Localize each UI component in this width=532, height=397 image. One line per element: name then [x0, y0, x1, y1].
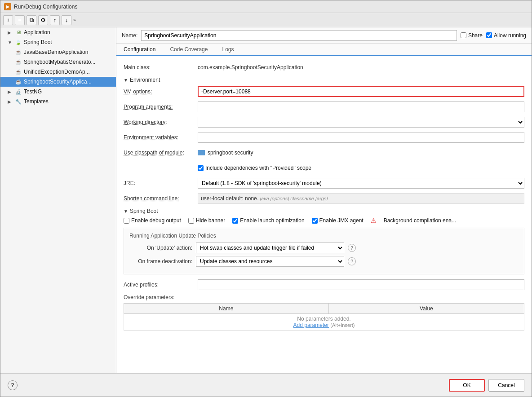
update-policies-section: Running Application Update Policies On '… — [124, 228, 524, 274]
hide-banner-checkbox[interactable] — [188, 218, 194, 224]
sidebar-item-templates[interactable]: ▶ 🔧 Templates — [0, 97, 116, 106]
program-args-input[interactable] — [198, 101, 524, 112]
update-action-select[interactable]: Hot swap classes and update trigger file… — [196, 243, 344, 253]
jmx-checkbox[interactable] — [312, 218, 318, 224]
templates-icon: 🔧 — [15, 98, 22, 105]
move-up-button[interactable]: ↑ — [50, 15, 60, 25]
classpath-label: Use classpath of module: — [124, 150, 198, 156]
sidebar-item-springboot-label: Spring Boot — [24, 39, 52, 45]
java2-icon: ☕ — [15, 58, 22, 66]
remove-config-button[interactable]: − — [15, 15, 25, 25]
add-config-button[interactable]: + — [3, 15, 13, 25]
allow-running-checkbox-label[interactable]: Allow running — [486, 32, 526, 39]
name-bar: Name: Share Allow running — [116, 27, 532, 44]
tab-logs[interactable]: Logs — [215, 44, 241, 56]
launch-opt-label: Enable launch optimization — [240, 217, 304, 224]
name-input[interactable] — [141, 30, 457, 41]
env-arrow[interactable]: ▼ — [124, 78, 128, 83]
active-profiles-input[interactable] — [198, 279, 524, 290]
copy-config-button[interactable]: ⧉ — [27, 15, 36, 25]
working-dir-select[interactable] — [198, 117, 524, 128]
share-checkbox[interactable] — [461, 32, 466, 38]
include-deps-checkbox-label[interactable]: Include dependencies with "Provided" sco… — [198, 165, 524, 171]
tab-configuration[interactable]: Configuration — [116, 44, 163, 56]
environment-label: Environment — [130, 77, 160, 83]
add-param-container: Add parameter (Alt+Insert) — [128, 322, 520, 328]
main-class-value: com.example.SpringbootSecurityApplicatio… — [198, 64, 524, 71]
sidebar-java2-label: SpringbootMybatisGenerato... — [24, 59, 95, 65]
window-icon: ▶ — [4, 3, 11, 10]
override-params-section: Override parameters: Name Value No par — [124, 294, 524, 331]
sidebar-java3-label: UnifiedExceptionDemoAp... — [24, 69, 90, 75]
sidebar-item-springboot[interactable]: ▼ 🍃 Spring Boot — [0, 37, 116, 47]
launch-opt-checkbox[interactable] — [232, 218, 238, 224]
shorten-value: user-local default: none - java [options… — [198, 193, 524, 204]
env-vars-label: Environment variables: — [124, 134, 198, 141]
jmx-checkbox-label[interactable]: Enable JMX agent — [312, 217, 364, 224]
include-deps-checkbox[interactable] — [198, 165, 204, 171]
sidebar-item-java2[interactable]: ☕ SpringbootMybatisGenerato... — [0, 57, 116, 67]
sidebar-item-testng[interactable]: ▶ 🔬 TestNG — [0, 87, 116, 97]
debug-output-checkbox-label[interactable]: Enable debug output — [124, 217, 181, 224]
cancel-button[interactable]: Cancel — [488, 379, 524, 392]
empty-params-row: No parameters added. Add parameter (Alt+… — [124, 314, 524, 331]
frame-deactivation-row: On frame deactivation: Update classes an… — [129, 256, 519, 267]
update-action-help[interactable]: ? — [348, 244, 356, 252]
content-panel: Name: Share Allow running Configuration … — [116, 27, 532, 373]
vm-options-row: VM options: — [124, 86, 524, 97]
working-dir-row: Working directory: — [124, 116, 524, 128]
col-name-header: Name — [124, 304, 329, 314]
application-icon: 🖥 — [15, 29, 22, 36]
share-checkbox-label[interactable]: Share — [461, 32, 483, 39]
toolbar-more[interactable]: » — [73, 18, 76, 22]
launch-opt-checkbox-label[interactable]: Enable launch optimization — [232, 217, 304, 224]
active-profiles-label: Active profiles: — [124, 282, 198, 288]
module-icon — [198, 150, 205, 155]
settings-button[interactable]: ⚙ — [38, 15, 48, 25]
frame-deactivation-select[interactable]: Update classes and resources — [196, 256, 344, 267]
debug-output-checkbox[interactable] — [124, 218, 129, 224]
program-args-field — [198, 101, 524, 112]
classpath-row: Use classpath of module: springboot-secu… — [124, 147, 524, 159]
springboot-icon: 🍃 — [15, 39, 22, 46]
col-value-header: Value — [328, 304, 524, 314]
sidebar-item-java1[interactable]: ☕ JavaBaseDemoApplication — [0, 47, 116, 57]
move-down-button[interactable]: ↓ — [62, 15, 71, 25]
warning-icon: ⚠ — [371, 217, 377, 224]
add-param-link[interactable]: Add parameter — [293, 322, 329, 328]
allow-running-checkbox[interactable] — [486, 32, 492, 38]
classpath-value: springboot-security — [208, 150, 253, 156]
program-args-row: Program arguments: — [124, 101, 524, 113]
frame-deactivation-help[interactable]: ? — [348, 257, 356, 265]
tab-code-coverage[interactable]: Code Coverage — [163, 44, 215, 56]
sidebar-item-templates-label: Templates — [24, 98, 49, 105]
expand-arrow-springboot: ▼ — [8, 40, 13, 45]
sidebar: ▶ 🖥 Application ▼ 🍃 Spring Boot ☕ JavaBa… — [0, 27, 116, 373]
title-bar: ▶ Run/Debug Configurations — [0, 0, 532, 13]
active-profiles-field — [198, 279, 524, 290]
springboot-section-header: ▼ Spring Boot — [124, 208, 524, 214]
sidebar-item-application[interactable]: ▶ 🖥 Application — [0, 27, 116, 37]
jre-select[interactable]: Default (1.8 - SDK of 'springboot-securi… — [198, 178, 524, 189]
jre-label: JRE: — [124, 180, 198, 186]
share-label: Share — [468, 32, 483, 39]
shorten-label: Shorten command line: — [124, 195, 198, 202]
env-vars-input[interactable] — [198, 132, 524, 143]
vm-options-input[interactable] — [198, 86, 524, 97]
hide-banner-checkbox-label[interactable]: Hide banner — [188, 217, 225, 224]
ok-button[interactable]: OK — [449, 379, 485, 392]
sidebar-item-java4[interactable]: ☕ SpringbootSecurityApplica... — [0, 77, 116, 87]
bottom-bar: ? OK Cancel — [0, 373, 532, 397]
vm-options-field — [198, 86, 524, 97]
bottom-left: ? — [8, 380, 18, 390]
springboot-section-label: Spring Boot — [130, 208, 158, 214]
name-right-controls: Share Allow running — [461, 32, 526, 39]
sidebar-item-java3[interactable]: ☕ UnifiedExceptionDemoAp... — [0, 67, 116, 77]
sidebar-item-testng-label: TestNG — [24, 88, 42, 95]
allow-running-label: Allow running — [494, 32, 526, 39]
expand-arrow-templates: ▶ — [8, 99, 13, 104]
bg-compile-label: Background compilation ena... — [384, 217, 456, 224]
help-button[interactable]: ? — [8, 380, 18, 390]
springboot-arrow[interactable]: ▼ — [124, 209, 128, 214]
toolbar: + − ⧉ ⚙ ↑ ↓ » — [0, 13, 532, 27]
